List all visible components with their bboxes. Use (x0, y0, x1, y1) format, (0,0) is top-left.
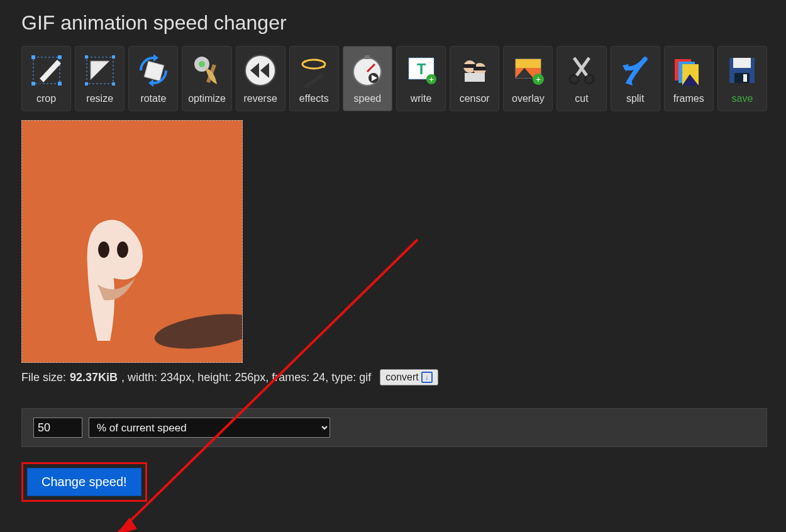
tool-optimize[interactable]: optimize (182, 46, 231, 111)
tool-label: crop (36, 93, 56, 104)
tool-save[interactable]: save (717, 46, 767, 111)
tool-label: cut (575, 93, 588, 104)
convert-button[interactable]: convert ↓ (380, 369, 438, 385)
svg-marker-12 (91, 61, 109, 80)
speed-unit-select[interactable]: % of current speed (89, 418, 330, 438)
tool-speed[interactable]: speed (343, 46, 392, 111)
save-icon (722, 50, 762, 91)
speed-icon (347, 50, 387, 91)
svg-rect-1 (31, 55, 35, 59)
write-icon: T + (401, 50, 441, 91)
optimize-icon (187, 50, 227, 91)
file-size-label: File size: (21, 371, 66, 384)
file-size-value: 92.37KiB (70, 371, 118, 384)
svg-rect-27 (365, 55, 370, 59)
svg-point-24 (304, 60, 306, 63)
svg-rect-58 (734, 73, 750, 83)
tool-label: optimize (188, 93, 226, 104)
svg-rect-4 (58, 82, 62, 86)
download-icon: ↓ (421, 372, 433, 383)
tool-label: frames (673, 93, 704, 104)
tool-label: write (411, 93, 432, 104)
rotate-icon (133, 50, 174, 91)
tool-crop[interactable]: crop (21, 46, 71, 111)
overlay-icon: + (508, 50, 548, 91)
tool-label: resize (86, 93, 113, 104)
svg-text:+: + (428, 74, 433, 84)
svg-rect-38 (473, 67, 486, 70)
censor-icon (455, 50, 495, 91)
file-meta: , width: 234px, height: 256px, frames: 2… (121, 371, 371, 384)
change-speed-button[interactable]: Change speed! (27, 468, 141, 496)
cut-icon (562, 50, 602, 91)
svg-marker-63 (116, 518, 137, 532)
tool-label: save (732, 93, 753, 104)
tool-reverse[interactable]: reverse (236, 46, 285, 111)
svg-rect-10 (85, 82, 88, 86)
gif-preview (21, 120, 243, 363)
toolbar: crop resize (21, 46, 767, 111)
svg-point-61 (117, 241, 128, 258)
crop-icon (26, 50, 67, 91)
tool-label: speed (354, 93, 382, 104)
frames-icon (668, 50, 709, 91)
tool-effects[interactable]: effects (289, 46, 339, 111)
tool-split[interactable]: split (611, 46, 660, 111)
convert-label: convert (385, 372, 418, 383)
svg-point-25 (323, 65, 325, 68)
split-icon (615, 50, 655, 91)
tool-label: effects (299, 93, 329, 104)
svg-marker-15 (148, 79, 153, 87)
svg-point-17 (199, 61, 205, 67)
svg-rect-57 (733, 58, 751, 68)
file-info: File size: 92.37KiB , width: 234px, heig… (21, 369, 767, 385)
svg-text:+: + (536, 74, 541, 84)
reverse-icon (240, 50, 280, 91)
svg-rect-39 (465, 73, 485, 82)
svg-point-47 (585, 75, 594, 84)
svg-rect-9 (112, 55, 115, 58)
tool-cut[interactable]: cut (556, 46, 606, 111)
svg-rect-11 (112, 82, 115, 86)
tool-label: split (626, 93, 644, 104)
svg-rect-59 (743, 74, 747, 82)
tool-frames[interactable]: frames (664, 46, 714, 111)
tool-label: rotate (140, 93, 166, 104)
svg-point-46 (570, 75, 578, 84)
tool-write[interactable]: T + write (396, 46, 446, 111)
svg-rect-3 (31, 82, 35, 86)
svg-rect-2 (58, 55, 62, 59)
svg-rect-8 (85, 55, 88, 58)
resize-icon (80, 50, 120, 91)
svg-rect-0 (33, 57, 60, 84)
svg-rect-13 (144, 61, 164, 81)
tool-label: censor (460, 93, 490, 104)
svg-marker-5 (40, 60, 61, 82)
speed-input[interactable] (33, 418, 82, 438)
tool-rotate[interactable]: rotate (128, 46, 178, 111)
page-title: GIF animation speed changer (21, 11, 767, 35)
submit-highlight: Change speed! (21, 462, 147, 502)
tool-label: reverse (243, 93, 277, 104)
svg-rect-41 (516, 59, 541, 68)
tool-overlay[interactable]: + overlay (503, 46, 553, 111)
svg-rect-23 (304, 73, 324, 88)
svg-text:T: T (416, 60, 426, 77)
speed-controls: % of current speed (21, 408, 767, 447)
tool-label: overlay (512, 93, 545, 104)
svg-marker-14 (153, 54, 158, 62)
tool-censor[interactable]: censor (450, 46, 499, 111)
svg-point-60 (98, 241, 109, 258)
tool-resize[interactable]: resize (75, 46, 125, 111)
effects-icon (294, 50, 334, 91)
